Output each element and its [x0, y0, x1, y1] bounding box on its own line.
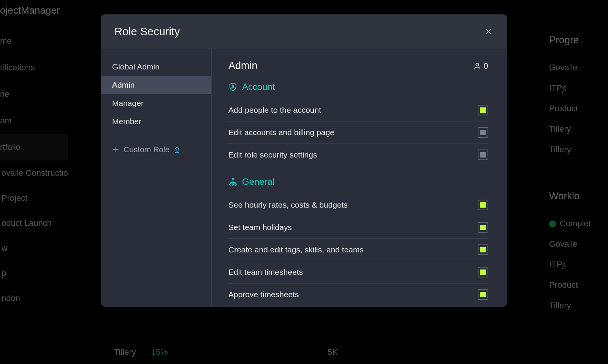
custom-role-label: Custom Role — [124, 145, 169, 154]
plus-icon — [112, 146, 120, 153]
role-item-admin[interactable]: Admin — [101, 76, 211, 94]
modal-overlay: Role Security Global Admin Admin Manager… — [0, 0, 608, 364]
perm-row: Set team holidays — [228, 216, 488, 239]
perm-row: See hourly rates, costs & budgets — [228, 194, 488, 216]
perm-checkbox[interactable] — [478, 222, 488, 233]
custom-role-button[interactable]: Custom Role — [101, 140, 211, 159]
perm-row: Add people to the account — [228, 99, 488, 121]
svg-point-8 — [230, 184, 231, 185]
user-count-value: 0 — [484, 61, 488, 71]
perm-label: Edit role security settings — [228, 150, 317, 159]
perm-checkbox[interactable] — [478, 150, 488, 160]
section-header-general: General — [228, 176, 488, 187]
perm-label: Create and edit tags, skills, and teams — [228, 245, 364, 254]
upgrade-icon — [173, 146, 181, 153]
section-header-account: Account — [228, 82, 488, 92]
svg-point-9 — [232, 184, 234, 185]
role-sidebar: Global Admin Admin Manager Member Custom… — [101, 49, 212, 307]
perm-row: Create and edit tags, skills, and teams — [228, 239, 488, 261]
perm-row: Edit team timesheets — [228, 261, 488, 284]
perm-row: Edit accounts and billing page — [228, 121, 488, 144]
modal-body: Global Admin Admin Manager Member Custom… — [101, 49, 507, 307]
svg-point-7 — [232, 178, 234, 180]
shield-icon — [228, 82, 238, 91]
perm-label: Approve timesheets — [228, 290, 299, 299]
perm-checkbox[interactable] — [478, 105, 488, 115]
svg-point-10 — [235, 184, 236, 185]
close-button[interactable] — [483, 26, 494, 37]
user-count: 0 — [473, 61, 488, 71]
modal-header: Role Security — [101, 14, 507, 49]
perm-checkbox[interactable] — [478, 244, 488, 255]
role-content-header: Admin 0 — [228, 60, 488, 72]
perm-row: Create/edit important project info acros… — [228, 306, 488, 307]
close-icon — [484, 27, 492, 36]
modal-title: Role Security — [114, 25, 180, 38]
role-item-member[interactable]: Member — [101, 112, 211, 131]
svg-point-6 — [232, 85, 234, 87]
perm-checkbox[interactable] — [478, 289, 488, 300]
section-title-account: Account — [242, 82, 275, 92]
perm-label: See hourly rates, costs & budgets — [228, 200, 348, 210]
perm-row: Edit role security settings — [228, 144, 488, 166]
perm-label: Set team holidays — [228, 223, 292, 232]
role-content[interactable]: Admin 0 Account Add people to the accoun… — [212, 49, 507, 307]
perm-checkbox[interactable] — [478, 127, 488, 138]
perm-label: Edit accounts and billing page — [228, 128, 334, 137]
sitemap-icon — [228, 177, 238, 186]
role-security-modal: Role Security Global Admin Admin Manager… — [101, 14, 507, 307]
role-item-global-admin[interactable]: Global Admin — [101, 58, 211, 76]
perm-row: Approve timesheets — [228, 284, 488, 306]
role-item-manager[interactable]: Manager — [101, 94, 211, 112]
section-general: General See hourly rates, costs & budget… — [228, 176, 488, 307]
section-title-general: General — [242, 176, 274, 187]
perm-label: Add people to the account — [228, 106, 321, 115]
role-name-heading: Admin — [228, 60, 258, 72]
section-account: Account Add people to the account Edit a… — [228, 82, 488, 166]
user-icon — [473, 62, 481, 70]
perm-label: Edit team timesheets — [228, 268, 303, 277]
perm-checkbox[interactable] — [478, 200, 488, 210]
svg-point-5 — [476, 63, 478, 66]
perm-checkbox[interactable] — [478, 267, 488, 277]
